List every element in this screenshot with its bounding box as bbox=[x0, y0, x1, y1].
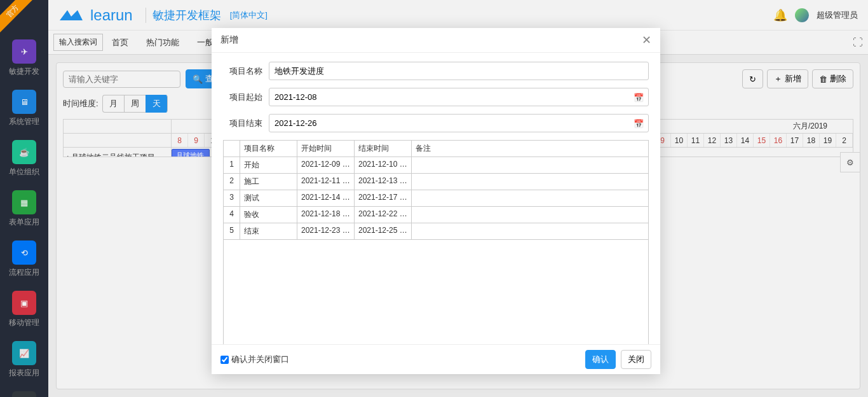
modal-header: 新增 ✕ bbox=[212, 28, 660, 53]
table-row[interactable]: 4验收2021-12-18 0...2021-12-22 0... bbox=[224, 207, 648, 223]
project-start-input[interactable] bbox=[269, 88, 649, 106]
table-row[interactable]: 5结束2021-12-23 0...2021-12-25 00:0 bbox=[224, 223, 648, 240]
calendar-icon[interactable]: 📅 bbox=[634, 92, 644, 102]
confirm-close-checkbox[interactable] bbox=[220, 356, 229, 364]
table-blank-area bbox=[223, 240, 649, 344]
project-name-label: 项目名称 bbox=[223, 66, 269, 77]
modal-body: 项目名称 项目起始 📅 项目结束 📅 项目名称 开始时间 结束时间 备注 1开始… bbox=[212, 53, 660, 344]
project-name-input[interactable] bbox=[269, 62, 649, 80]
table-row[interactable]: 3测试2021-12-14 0...2021-12-17 0... bbox=[224, 190, 648, 207]
calendar-icon[interactable]: 📅 bbox=[634, 118, 644, 128]
project-end-input[interactable] bbox=[269, 114, 649, 132]
modal-dialog: 新增 ✕ 项目名称 项目起始 📅 项目结束 📅 项目名称 开始时间 结束时间 备… bbox=[212, 28, 660, 374]
confirm-close-label: 确认并关闭窗口 bbox=[231, 354, 289, 365]
modal-table: 项目名称 开始时间 结束时间 备注 1开始2021-12-09 0...2021… bbox=[223, 140, 649, 240]
ok-button[interactable]: 确认 bbox=[585, 350, 616, 369]
modal-title: 新增 bbox=[220, 34, 238, 46]
project-start-label: 项目起始 bbox=[223, 92, 269, 103]
close-icon[interactable]: ✕ bbox=[642, 33, 651, 47]
modal-footer: 确认并关闭窗口 确认 关闭 bbox=[212, 344, 660, 374]
project-end-label: 项目结束 bbox=[223, 118, 269, 129]
confirm-close-checkbox-wrap[interactable]: 确认并关闭窗口 bbox=[220, 354, 289, 365]
table-row[interactable]: 1开始2021-12-09 0...2021-12-10 0... bbox=[224, 157, 648, 174]
table-header-row: 项目名称 开始时间 结束时间 备注 bbox=[224, 141, 648, 157]
cancel-button[interactable]: 关闭 bbox=[621, 350, 651, 369]
table-row[interactable]: 2施工2021-12-11 0...2021-12-13 0... bbox=[224, 174, 648, 190]
